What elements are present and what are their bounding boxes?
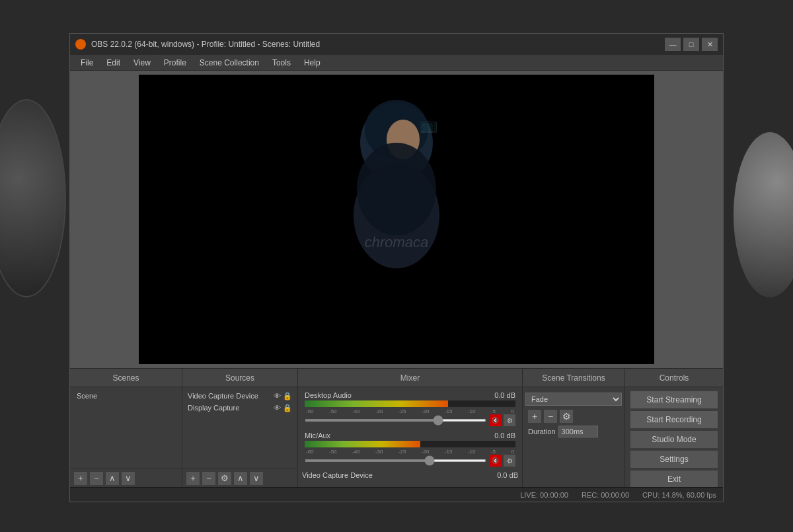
source-name: Display Capture: [188, 404, 271, 412]
mixer-track-db: 0.0 dB: [497, 471, 518, 479]
scene-item[interactable]: Scene: [73, 390, 179, 402]
menu-bar: File Edit View Profile Scene Collection …: [70, 55, 723, 71]
preview-watermark: chromaca: [365, 234, 429, 251]
scenes-down-button[interactable]: ∨: [122, 472, 135, 485]
sources-content: Video Capture Device 👁 🔒 Display Capture…: [182, 387, 297, 469]
menu-help[interactable]: Help: [299, 57, 326, 69]
mixer-track-desktop: Desktop Audio 0.0 dB -60-50-40-30-25-20-…: [302, 390, 518, 428]
window-title: OBS 22.0.2 (64-bit, windows) - Profile: …: [91, 40, 665, 49]
mixer-track-name: Video Capture Device: [302, 471, 373, 479]
sources-footer: + − ⚙ ∧ ∨: [182, 469, 297, 487]
rec-status: REC: 00:00:00: [582, 491, 629, 499]
source-item: Video Capture Device 👁 🔒: [185, 390, 295, 402]
scenes-content: Scene: [70, 387, 182, 469]
close-button[interactable]: ✕: [702, 38, 718, 51]
live-status: LIVE: 00:00:00: [520, 491, 568, 499]
start-streaming-button[interactable]: Start Streaming: [630, 391, 718, 408]
sources-add-button[interactable]: +: [186, 472, 200, 485]
mixer-level-bar: [305, 441, 515, 447]
mixer-scale: -60-50-40-30-25-20-15-10-50: [305, 408, 515, 414]
transitions-header: Scene Transitions: [523, 369, 624, 387]
controls-header: Controls: [625, 369, 723, 387]
source-lock-icon[interactable]: 🔒: [283, 403, 292, 412]
scenes-remove-button[interactable]: −: [90, 472, 103, 485]
controls-panel: Controls Start Streaming Start Recording…: [625, 369, 723, 487]
mixer-mute-button[interactable]: 🔇: [489, 455, 501, 467]
planet-right-decoration: [734, 132, 793, 297]
scenes-add-button[interactable]: +: [74, 472, 87, 485]
planet-left-decoration: [0, 99, 66, 297]
svg-text:📺: 📺: [420, 116, 438, 133]
mixer-header: Mixer: [298, 369, 522, 387]
scenes-up-button[interactable]: ∧: [106, 472, 119, 485]
mixer-track-db: 0.0 dB: [494, 391, 515, 399]
source-eye-icon[interactable]: 👁: [272, 391, 282, 400]
preview-area: 📺 chromaca: [70, 71, 723, 368]
mixer-settings-button[interactable]: ⚙: [504, 414, 515, 426]
svg-point-4: [357, 143, 436, 235]
mixer-track-name: Desktop Audio: [305, 391, 352, 399]
sources-up-button[interactable]: ∧: [234, 472, 247, 485]
menu-view[interactable]: View: [128, 57, 156, 69]
transitions-panel: Scene Transitions Fade Cut Swipe Slide S…: [523, 369, 625, 487]
duration-input[interactable]: [558, 426, 598, 437]
preview-canvas: 📺 chromaca: [139, 75, 654, 364]
transition-add-button[interactable]: +: [528, 410, 541, 423]
start-recording-button[interactable]: Start Recording: [630, 411, 718, 428]
transition-controls: + − ⚙: [525, 408, 622, 424]
mixer-panel: Mixer Desktop Audio 0.0 dB -60-50-40-: [298, 369, 523, 487]
sources-header: Sources: [182, 369, 297, 387]
scenes-footer: + − ∧ ∨: [70, 469, 182, 487]
source-item: Display Capture 👁 🔒: [185, 402, 295, 414]
duration-label: Duration: [528, 428, 556, 436]
settings-button[interactable]: Settings: [630, 451, 718, 468]
mixer-track-db: 0.0 dB: [494, 432, 515, 439]
sources-down-button[interactable]: ∨: [250, 472, 263, 485]
controls-content: Start Streaming Start Recording Studio M…: [625, 387, 723, 487]
mixer-controls: 🔇 ⚙: [305, 414, 515, 426]
mixer-level-bar: [305, 400, 515, 407]
title-bar: OBS 22.0.2 (64-bit, windows) - Profile: …: [70, 34, 723, 55]
menu-file[interactable]: File: [75, 57, 98, 69]
sources-settings-button[interactable]: ⚙: [218, 472, 231, 485]
desktop: OBS 22.0.2 (64-bit, windows) - Profile: …: [0, 0, 793, 532]
obs-window: OBS 22.0.2 (64-bit, windows) - Profile: …: [69, 33, 724, 502]
obs-logo: [75, 39, 86, 50]
transition-settings-button[interactable]: ⚙: [560, 410, 573, 423]
maximize-button[interactable]: □: [683, 38, 699, 51]
mixer-track-name: Mic/Aux: [305, 432, 330, 439]
transitions-content: Fade Cut Swipe Slide Stinger + − ⚙ Durat…: [523, 387, 624, 487]
menu-scene-collection[interactable]: Scene Collection: [194, 57, 264, 69]
mixer-mute-button[interactable]: 🔇: [489, 414, 501, 426]
mixer-settings-button[interactable]: ⚙: [504, 455, 515, 467]
source-name: Video Capture Device: [188, 392, 271, 400]
mixer-content: Desktop Audio 0.0 dB -60-50-40-30-25-20-…: [298, 387, 522, 487]
bottom-panels: Scenes Scene + − ∧ ∨ Sources: [70, 368, 723, 487]
mixer-track-video: Video Capture Device 0.0 dB: [302, 471, 518, 480]
mixer-scale: -60-50-40-30-25-20-15-10-50: [305, 449, 515, 455]
transition-type-select[interactable]: Fade Cut Swipe Slide Stinger: [525, 393, 622, 406]
mixer-bar-fill: [305, 400, 448, 407]
menu-profile[interactable]: Profile: [159, 57, 192, 69]
scenes-header: Scenes: [70, 369, 182, 387]
status-bar: LIVE: 00:00:00 REC: 00:00:00 CPU: 14.8%,…: [70, 487, 723, 502]
mixer-volume-slider[interactable]: [305, 419, 486, 422]
window-controls: — □ ✕: [665, 38, 718, 51]
mixer-volume-slider[interactable]: [305, 459, 486, 462]
studio-mode-button[interactable]: Studio Mode: [630, 431, 718, 448]
sources-remove-button[interactable]: −: [202, 472, 215, 485]
exit-button[interactable]: Exit: [630, 471, 718, 487]
menu-edit[interactable]: Edit: [101, 57, 126, 69]
transition-duration: Duration: [525, 424, 622, 439]
sources-panel: Sources Video Capture Device 👁 🔒 Display…: [182, 369, 298, 487]
mixer-track-mic: Mic/Aux 0.0 dB -60-50-40-30-25-20-15-10-…: [302, 430, 518, 468]
source-eye-icon[interactable]: 👁: [272, 403, 282, 412]
source-lock-icon[interactable]: 🔒: [283, 391, 292, 400]
mixer-controls: 🔇 ⚙: [305, 455, 515, 467]
mixer-bar-fill: [305, 441, 420, 447]
menu-tools[interactable]: Tools: [267, 57, 296, 69]
cpu-status: CPU: 14.8%, 60.00 fps: [642, 491, 716, 499]
scenes-panel: Scenes Scene + − ∧ ∨: [70, 369, 182, 487]
minimize-button[interactable]: —: [665, 38, 681, 51]
transition-remove-button[interactable]: −: [544, 410, 557, 423]
